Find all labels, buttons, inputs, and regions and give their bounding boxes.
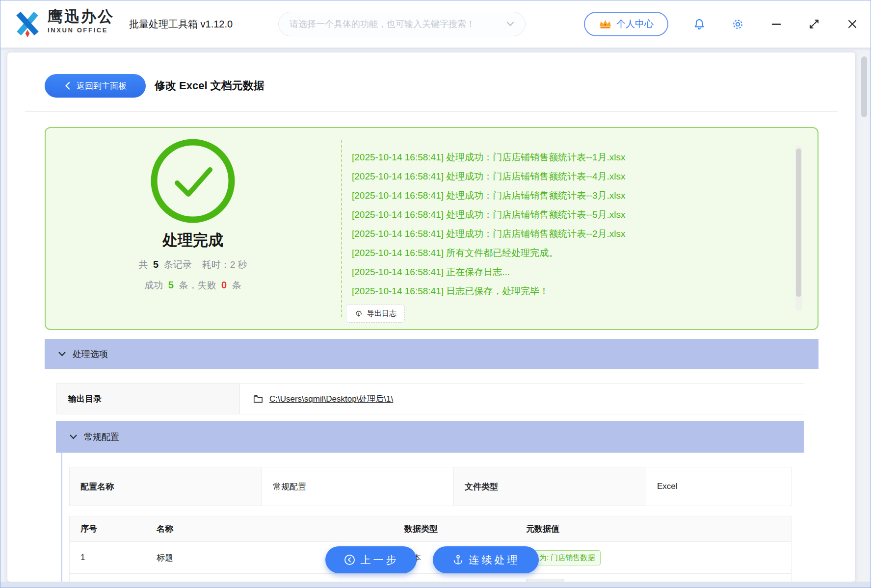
back-button-label: 返回到主面板 xyxy=(77,80,127,92)
close-button[interactable] xyxy=(842,13,863,35)
user-center-label: 个人中心 xyxy=(616,18,654,30)
log-panel: [2025-10-14 16:58:41] 处理成功：门店店铺销售额统计表--1… xyxy=(352,148,626,301)
user-center-button[interactable]: 个人中心 xyxy=(584,12,668,36)
header-divider xyxy=(25,111,838,112)
row-metavalue: 改为: 门店销售数据 xyxy=(515,542,792,573)
table-row: 1 标题 文本 改为: 门店销售数据 xyxy=(69,542,792,574)
log-scrollbar[interactable] xyxy=(795,146,802,310)
prev-step-label: 上一步 xyxy=(361,553,399,567)
circle-chevron-left-icon xyxy=(343,554,356,566)
bell-icon xyxy=(693,18,706,30)
continue-process-label: 连续处理 xyxy=(469,553,520,567)
minimize-icon xyxy=(770,18,782,30)
close-icon xyxy=(846,18,858,30)
section-header-options[interactable]: 处理选项 xyxy=(45,339,818,369)
fail-count: 0 xyxy=(221,280,227,290)
app-window: 鹰迅办公 INXUN OFFICE 批量处理工具箱 v1.12.0 请选择一个具… xyxy=(0,0,871,588)
settings-button[interactable] xyxy=(727,13,748,35)
result-title: 处理完成 xyxy=(46,230,340,251)
notifications-button[interactable] xyxy=(688,13,710,35)
log-line: [2025-10-14 16:58:41] 处理成功：门店店铺销售额统计表--2… xyxy=(352,224,626,243)
chevron-down-icon xyxy=(58,352,66,357)
success-check-icon xyxy=(150,138,236,224)
section-general-title: 常规配置 xyxy=(84,431,119,443)
section-header-general[interactable]: 常规配置 xyxy=(56,421,804,453)
chevron-down-icon xyxy=(70,435,77,439)
app-title: 批量处理工具箱 v1.12.0 xyxy=(129,0,233,48)
app-logo-icon xyxy=(12,9,43,39)
output-dir-value: C:\Users\sqmil\Desktop\处理后\1\ xyxy=(240,383,804,414)
section-options-title: 处理选项 xyxy=(73,348,108,360)
minimize-button[interactable] xyxy=(765,13,787,35)
output-dir-link[interactable]: C:\Users\sqmil\Desktop\处理后\1\ xyxy=(269,393,393,405)
log-line: [2025-10-14 16:58:41] 处理成功：门店店铺销售额统计表--4… xyxy=(352,167,626,186)
chevron-down-icon xyxy=(506,22,514,26)
log-panel-divider xyxy=(341,140,342,317)
config-name-label: 配置名称 xyxy=(70,467,262,506)
log-scrollbar-thumb[interactable] xyxy=(796,149,801,297)
brand-name-en: INXUN OFFICE xyxy=(48,27,114,33)
brand-name-cn: 鹰迅办公 xyxy=(48,9,114,24)
col-datatype: 数据类型 xyxy=(394,516,515,541)
export-icon xyxy=(354,309,363,318)
log-line: [2025-10-14 16:58:41] 日志已保存，处理完毕！ xyxy=(352,281,626,301)
back-button[interactable]: 返回到主面板 xyxy=(45,74,146,98)
prev-step-button[interactable]: 上一步 xyxy=(325,546,417,573)
main-scrollbar[interactable] xyxy=(860,52,868,582)
log-line: [2025-10-14 16:58:41] 处理成功：门店店铺销售额统计表--5… xyxy=(352,205,626,224)
result-panel: 处理完成 共 5 条记录 耗时：2 秒 成功 5 条，失败 0 条 [2025-… xyxy=(45,127,818,330)
chevron-left-icon xyxy=(64,81,72,90)
config-name-value: 常规配置 xyxy=(262,467,454,506)
table-row-partial xyxy=(69,574,792,582)
log-line: [2025-10-14 16:58:41] 正在保存日志... xyxy=(352,262,626,281)
function-search-select[interactable]: 请选择一个具体的功能，也可输入关键字搜索！ xyxy=(278,12,526,36)
file-type-value: Excel xyxy=(646,467,792,506)
main-content-card: 返回到主面板 修改 Excel 文档元数据 处理完成 共 5 条记录 耗时：2 … xyxy=(7,52,855,582)
file-type-label: 文件类型 xyxy=(454,467,646,506)
maximize-button[interactable] xyxy=(803,13,825,35)
gear-icon xyxy=(731,18,744,31)
page-title: 修改 Excel 文档元数据 xyxy=(155,74,264,98)
log-line: [2025-10-14 16:58:41] 处理成功：门店店铺销售额统计表--3… xyxy=(352,186,626,205)
log-line: [2025-10-14 16:58:41] 所有文件都已经处理完成。 xyxy=(352,243,626,262)
total-count: 5 xyxy=(153,259,158,270)
folder-icon xyxy=(253,394,264,404)
success-count: 5 xyxy=(168,280,174,290)
title-bar: 鹰迅办公 INXUN OFFICE 批量处理工具箱 v1.12.0 请选择一个具… xyxy=(0,0,871,48)
export-log-button[interactable]: 导出日志 xyxy=(346,305,405,323)
output-dir-row: 输出目录 C:\Users\sqmil\Desktop\处理后\1\ xyxy=(56,383,804,414)
export-log-label: 导出日志 xyxy=(367,309,396,318)
brand-name: 鹰迅办公 INXUN OFFICE xyxy=(48,9,114,33)
col-metavalue: 元数据值 xyxy=(515,516,792,541)
col-index: 序号 xyxy=(70,516,146,541)
row-index: 1 xyxy=(70,542,146,573)
bottom-edge-strip xyxy=(0,582,871,588)
log-line: [2025-10-14 16:58:41] 处理成功：门店店铺销售额统计表--1… xyxy=(352,148,626,167)
continue-process-button[interactable]: 连续处理 xyxy=(433,546,539,573)
config-summary-table: 配置名称 常规配置 文件类型 Excel xyxy=(69,467,792,506)
metadata-table-header: 序号 名称 数据类型 元数据值 xyxy=(69,516,792,542)
output-dir-label: 输出目录 xyxy=(56,383,240,414)
col-name: 名称 xyxy=(146,516,394,541)
continue-icon xyxy=(452,554,464,566)
resize-icon xyxy=(808,18,820,30)
result-summary-counts: 共 5 条记录 耗时：2 秒 xyxy=(46,258,340,271)
result-summary-status: 成功 5 条，失败 0 条 xyxy=(46,279,340,292)
search-placeholder: 请选择一个具体的功能，也可输入关键字搜索！ xyxy=(290,18,506,30)
crown-icon xyxy=(599,19,612,29)
main-scrollbar-thumb[interactable] xyxy=(861,56,867,117)
